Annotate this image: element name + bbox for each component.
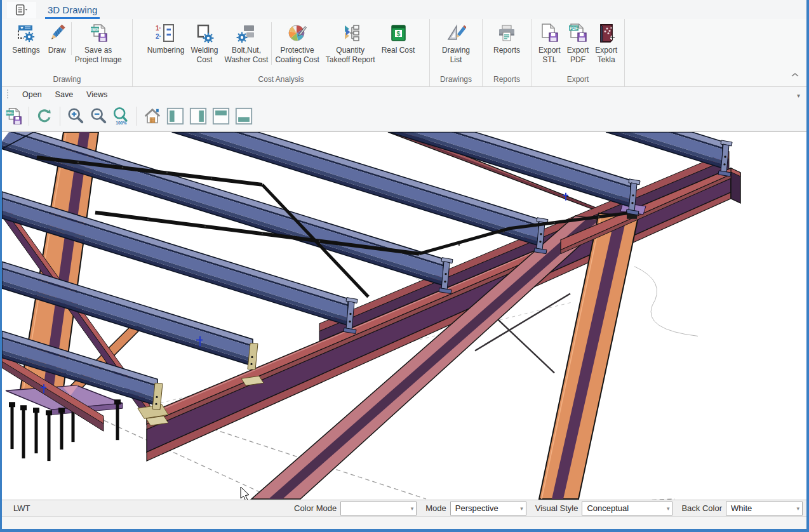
tab-label: 3D Drawing (48, 4, 97, 15)
visual-style-dropdown[interactable]: Conceptual▾ (582, 502, 672, 515)
svg-text:$: $ (397, 30, 401, 37)
status-control-mode: ModePerspective▾ (425, 502, 526, 515)
app-menu-button[interactable] (7, 2, 36, 18)
ribbon-button-label: Export PDF (567, 46, 589, 65)
settings-icon (16, 23, 36, 43)
ribbon-group-drawings: Drawing ListDrawings (430, 19, 483, 86)
toolbar-button-view-top[interactable] (210, 104, 232, 128)
ribbon-button-label: Settings (12, 46, 39, 55)
ribbon-button-export[interactable]: Export Tekla (592, 22, 620, 65)
toolbar-separator (29, 107, 29, 126)
ribbon-button-bolt-nut-[interactable]: Bolt,Nut, Washer Cost (222, 22, 272, 65)
ribbon-button-real-cost[interactable]: $Real Cost (378, 22, 418, 55)
view-right-icon (189, 107, 208, 126)
ribbon-group-reports: ReportsReports (483, 19, 532, 86)
toolbar-button-view-right[interactable] (187, 104, 210, 128)
menu-open[interactable]: Open (20, 89, 44, 100)
export-pdf-icon: PDF (568, 23, 588, 43)
ribbon-button-label: Quantity Takeoff Report (326, 46, 375, 65)
toolbar-button-refresh[interactable] (33, 104, 56, 128)
color-mode-dropdown[interactable]: ▾ (340, 502, 417, 515)
ribbon-group-label: Drawings (430, 74, 482, 86)
ribbon-group-export: Export STLPDFExport PDFExport TeklaExpor… (532, 19, 625, 86)
home-icon (143, 107, 162, 126)
ribbon-button-save-as[interactable]: IMGSave as Project Image (72, 22, 125, 65)
bottom-strip (2, 516, 806, 529)
zoom-out-icon (89, 107, 108, 126)
status-control-color-mode: Color Mode▾ (294, 502, 417, 515)
ribbon-button-label: Export Tekla (595, 46, 617, 65)
ribbon-button-numbering[interactable]: 1·2·Numbering (144, 22, 188, 55)
dropdown-caret-icon: ▾ (667, 505, 670, 512)
real-cost-icon: $ (388, 23, 408, 43)
toolbar-grip-handle[interactable] (4, 90, 11, 100)
ribbon-button-welding[interactable]: Welding Cost (187, 22, 221, 65)
ribbon-button-drawing[interactable]: Drawing List (439, 22, 473, 65)
toolbar-button-zoom-out[interactable] (87, 104, 110, 128)
ribbon-group-label: Export (532, 74, 624, 86)
3d-viewport[interactable] (2, 131, 806, 500)
view-top-icon (211, 107, 231, 126)
toolbar-separator (60, 107, 60, 126)
status-control-visual-style: Visual StyleConceptual▾ (535, 502, 673, 515)
svg-text:IMG: IMG (6, 110, 14, 115)
toolbar-overflow-caret-icon[interactable]: ▾ (797, 92, 800, 99)
ribbon-group-label: Reports (483, 74, 531, 86)
ribbon-button-export[interactable]: PDFExport PDF (564, 22, 592, 65)
toolbar-button-view-left[interactable] (164, 104, 187, 128)
menu-views[interactable]: Views (84, 89, 109, 100)
ribbon-group-drawing: SettingsDrawIMGSave as Project ImageDraw… (2, 19, 133, 86)
view-left-icon (166, 107, 185, 126)
ribbon-button-quantity[interactable]: Quantity Takeoff Report (323, 22, 378, 65)
ribbon-button-label: Drawing List (442, 46, 470, 65)
ribbon-group-label: Drawing (2, 74, 132, 86)
dropdown-value: Conceptual (587, 503, 629, 513)
bolt-nut-washer-icon (236, 23, 257, 43)
application-window: 3D Drawing SettingsDrawIMGSave as Projec… (0, 0, 809, 532)
ribbon-button-label: Reports (493, 46, 520, 55)
toolbar-button-image-save[interactable]: IMG (2, 104, 25, 128)
svg-text:IMG: IMG (91, 27, 98, 32)
toolbar-button-view-bottom[interactable] (232, 104, 255, 128)
svg-text:2·: 2· (156, 33, 161, 40)
back-color-dropdown[interactable]: White▾ (726, 502, 803, 515)
menu-save[interactable]: Save (53, 89, 76, 100)
steel-structure-3d-view (2, 132, 806, 500)
ribbon-button-settings[interactable]: Settings (9, 22, 43, 55)
ribbon-group-label: Cost Analysis (133, 74, 429, 86)
drawing-list-icon (446, 23, 466, 43)
dropdown-value: Perspective (455, 503, 498, 513)
ribbon-button-export[interactable]: Export STL (535, 22, 564, 65)
ribbon-button-reports[interactable]: Reports (490, 22, 523, 55)
takeoff-report-icon (340, 23, 361, 43)
save-project-image-icon: IMG (88, 23, 109, 43)
ribbon-button-label: Draw (48, 46, 66, 55)
ribbon-button-label: Welding Cost (191, 46, 218, 65)
toolbar-button-zoom-in[interactable] (64, 104, 87, 128)
dropdown-caret-icon: ▾ (411, 505, 414, 512)
status-control-label: Mode (425, 503, 446, 513)
numbering-icon: 1·2· (156, 23, 176, 43)
tab-strip: 3D Drawing (2, 0, 806, 19)
tab-3d-drawing[interactable]: 3D Drawing (45, 4, 100, 19)
dropdown-value: White (731, 503, 752, 513)
ribbon-button-label: Bolt,Nut, Washer Cost (225, 46, 269, 65)
welding-cost-icon (194, 23, 215, 43)
ribbon-button-label: Save as Project Image (75, 46, 122, 65)
ribbon-button-label: Protective Coating Cost (275, 46, 319, 65)
ribbon-button-protective[interactable]: Protective Coating Cost (272, 22, 322, 65)
status-lwt-label: LWT (13, 503, 30, 513)
app-menu-icon (15, 3, 29, 17)
toolbar-button-home[interactable] (141, 104, 164, 128)
export-stl-icon (539, 23, 559, 43)
svg-text:PDF: PDF (570, 26, 578, 30)
ribbon-button-draw[interactable]: Draw (43, 22, 72, 55)
collapse-ribbon-chevron-up-icon[interactable] (791, 69, 799, 80)
status-control-back-color: Back ColorWhite▾ (681, 502, 803, 515)
toolbar-button-zoom-100[interactable]: 100% (110, 104, 133, 128)
dropdown-caret-icon: ▾ (520, 505, 523, 512)
export-tekla-icon (596, 23, 617, 43)
mode-dropdown[interactable]: Perspective▾ (450, 502, 526, 515)
ribbon-button-label: Export STL (538, 46, 561, 65)
ribbon-button-label: Numbering (147, 46, 185, 55)
